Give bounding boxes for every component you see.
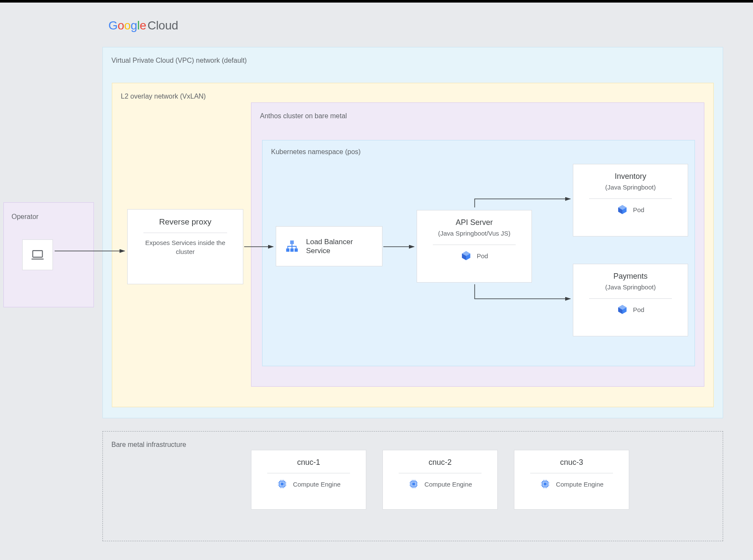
pod-icon (461, 250, 472, 261)
api-badge: Pod (477, 252, 488, 260)
svg-rect-3 (290, 248, 294, 252)
inv-title: Inventory (615, 172, 646, 181)
compute-engine-icon (277, 478, 288, 490)
google-cloud-logo: GoogleCloud (108, 19, 178, 32)
reverse-proxy-card: Reverse proxy Exposes Services inside th… (127, 209, 243, 284)
svg-rect-1 (290, 240, 294, 244)
svg-rect-6 (281, 483, 284, 486)
bare-label: Bare metal infrastructure (111, 441, 714, 449)
cnuc1-card: cnuc-1 Compute Engine (251, 450, 366, 510)
inv-badge: Pod (633, 206, 645, 213)
pay-sub: (Java Springboot) (605, 283, 656, 291)
inv-sub: (Java Springboot) (605, 184, 656, 191)
cnuc1-title: cnuc-1 (297, 458, 320, 467)
api-sub: (Java Springboot/Vus JS) (438, 230, 511, 237)
compute-engine-icon (408, 478, 419, 490)
load-balancer-card: Load Balancer Service (276, 226, 382, 266)
cnuc3-title: cnuc-3 (560, 458, 583, 467)
cnuc3-card: cnuc-3 Compute Engine (514, 450, 629, 510)
reverse-proxy-desc: Exposes Services inside the cluster (136, 238, 234, 256)
diagram-canvas: GoogleCloud Virtual Private Cloud (VPC) … (0, 3, 753, 560)
cnuc2-badge: Compute Engine (424, 481, 472, 488)
namespace-label: Kubernetes namespace (pos) (271, 148, 686, 156)
laptop-icon (30, 248, 45, 262)
pay-title: Payments (613, 272, 648, 281)
svg-rect-2 (286, 248, 289, 252)
load-balancer-icon (285, 239, 299, 254)
cnuc2-card: cnuc-2 Compute Engine (382, 450, 498, 510)
svg-rect-4 (295, 248, 298, 252)
api-title: API Server (455, 218, 493, 227)
reverse-proxy-title: Reverse proxy (159, 217, 212, 227)
operator-label: Operator (12, 213, 86, 221)
pay-badge: Pod (633, 306, 645, 313)
svg-rect-10 (544, 483, 547, 486)
svg-rect-8 (412, 483, 415, 486)
vpc-label: Virtual Private Cloud (VPC) network (def… (111, 57, 714, 64)
operator-laptop-box (22, 239, 53, 270)
anthos-label: Anthos cluster on bare metal (260, 112, 695, 120)
cnuc1-badge: Compute Engine (293, 481, 341, 488)
cnuc3-badge: Compute Engine (556, 481, 604, 488)
svg-rect-0 (33, 251, 43, 257)
inventory-card: Inventory (Java Springboot) Pod (573, 164, 688, 236)
l2-label: L2 overlay network (VxLAN) (121, 93, 705, 100)
cnuc2-title: cnuc-2 (429, 458, 452, 467)
lb-line1: Load Balancer (306, 237, 353, 246)
compute-engine-icon (540, 478, 551, 490)
pod-icon (617, 304, 628, 315)
payments-card: Payments (Java Springboot) Pod (573, 264, 688, 336)
api-server-card: API Server (Java Springboot/Vus JS) Pod (417, 210, 532, 283)
pod-icon (617, 204, 628, 215)
lb-line2: Service (306, 246, 353, 255)
